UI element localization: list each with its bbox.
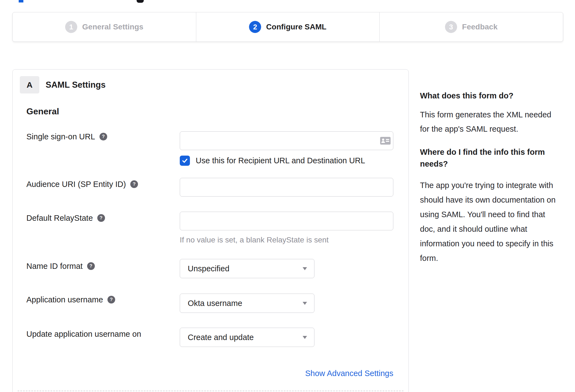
contact-card-icon bbox=[380, 137, 391, 145]
panel-title: SAML Settings bbox=[46, 76, 106, 93]
audience-uri-input[interactable] bbox=[180, 178, 393, 197]
step-1-number-badge: 1 bbox=[65, 21, 77, 33]
step-feedback[interactable]: 3 Feedback bbox=[379, 12, 563, 42]
sidebar-body-where: The app you're trying to integrate with … bbox=[420, 178, 574, 266]
application-username-label: Application username? bbox=[26, 295, 115, 305]
section-a-badge: A bbox=[20, 76, 39, 93]
step-1-label: General Settings bbox=[82, 23, 143, 31]
name-id-format-select[interactable]: Unspecified bbox=[180, 259, 314, 278]
cutoff-logo-fragment bbox=[19, 0, 23, 2]
sidebar-heading-what: What does this form do? bbox=[420, 90, 574, 102]
sidebar-body-what: This form generates the XML needed for t… bbox=[420, 107, 574, 136]
step-2-number-badge: 2 bbox=[249, 21, 261, 33]
update-application-username-value: Create and update bbox=[188, 328, 254, 347]
cutoff-header-icon-fragment bbox=[137, 0, 144, 3]
help-icon[interactable]: ? bbox=[130, 180, 138, 188]
recipient-destination-checkbox-label: Use this for Recipient URL and Destinati… bbox=[196, 156, 365, 166]
sidebar-heading-where: Where do I find the info this form needs… bbox=[420, 146, 574, 170]
help-icon[interactable]: ? bbox=[97, 214, 105, 222]
section-dashed-divider bbox=[18, 391, 403, 391]
help-sidebar: What does this form do? This form genera… bbox=[420, 90, 574, 266]
step-3-label: Feedback bbox=[462, 23, 497, 31]
step-configure-saml[interactable]: 2 Configure SAML bbox=[196, 12, 380, 42]
wizard-stepper: 1 General Settings 2 Configure SAML 3 Fe… bbox=[12, 12, 563, 42]
audience-uri-label: Audience URI (SP Entity ID)? bbox=[26, 179, 138, 189]
check-icon bbox=[181, 157, 188, 164]
relaystate-helper-text: If no value is set, a blank RelayState i… bbox=[180, 234, 329, 245]
chevron-down-icon bbox=[303, 336, 307, 339]
help-icon[interactable]: ? bbox=[87, 262, 95, 270]
general-group-title: General bbox=[26, 106, 59, 117]
name-id-format-label: Name ID format? bbox=[26, 261, 95, 271]
application-username-select[interactable]: Okta username bbox=[180, 294, 314, 313]
single-sign-on-url-input[interactable] bbox=[180, 131, 393, 150]
default-relaystate-field bbox=[180, 212, 393, 230]
help-icon[interactable]: ? bbox=[107, 296, 115, 303]
recipient-destination-checkbox[interactable] bbox=[180, 156, 190, 166]
update-application-username-label: Update application username on bbox=[26, 329, 141, 339]
single-sign-on-url-field bbox=[180, 131, 393, 150]
show-advanced-settings-link[interactable]: Show Advanced Settings bbox=[305, 368, 393, 378]
chevron-down-icon bbox=[303, 302, 307, 305]
help-icon[interactable]: ? bbox=[99, 133, 107, 140]
update-application-username-select[interactable]: Create and update bbox=[180, 328, 314, 347]
step-2-label: Configure SAML bbox=[266, 23, 326, 31]
default-relaystate-input[interactable] bbox=[180, 212, 393, 230]
chevron-down-icon bbox=[303, 267, 307, 270]
step-general-settings[interactable]: 1 General Settings bbox=[13, 12, 196, 42]
name-id-format-value: Unspecified bbox=[188, 259, 230, 278]
default-relaystate-label: Default RelayState? bbox=[26, 213, 105, 223]
single-sign-on-url-label: Single sign-on URL? bbox=[26, 132, 107, 142]
step-3-number-badge: 3 bbox=[445, 21, 457, 33]
audience-uri-field bbox=[180, 178, 393, 197]
application-username-value: Okta username bbox=[188, 294, 242, 313]
saml-settings-panel: A SAML Settings General Single sign-on U… bbox=[12, 69, 409, 392]
